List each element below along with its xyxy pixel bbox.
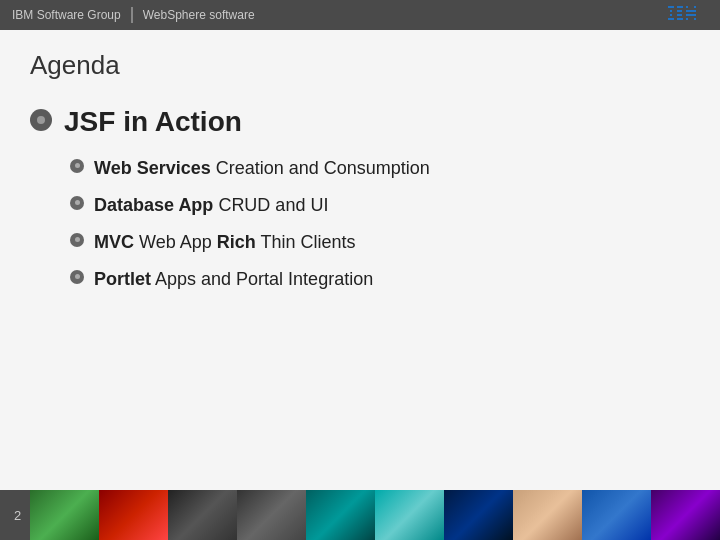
- sub-bullet-icon: [70, 270, 84, 284]
- main-content: Agenda JSF in Action Web Services Creati…: [0, 30, 720, 490]
- main-bullet-icon: [30, 109, 52, 131]
- svg-rect-1: [670, 10, 672, 12]
- svg-rect-2: [670, 14, 672, 16]
- normal-text: CRUD and UI: [213, 195, 328, 215]
- footer-img-3: [168, 490, 237, 540]
- normal-text: Creation and Consumption: [211, 158, 430, 178]
- svg-rect-8: [686, 6, 688, 8]
- header-bar: IBM Software Group WebSphere software: [0, 0, 720, 30]
- normal-text: Apps and Portal Integration: [151, 269, 373, 289]
- footer-img-8: [513, 490, 582, 540]
- footer-img-5: [306, 490, 375, 540]
- normal-text-2: Thin Clients: [256, 232, 356, 252]
- sub-bullet-text-1: Web Services Creation and Consumption: [94, 155, 430, 182]
- page-title: Agenda: [30, 50, 690, 81]
- sub-bullet-text-2: Database App CRUD and UI: [94, 192, 328, 219]
- sub-bullet-text-3: MVC Web App Rich Thin Clients: [94, 229, 355, 256]
- bold-label: Web Services: [94, 158, 211, 178]
- list-item: Database App CRUD and UI: [70, 192, 690, 219]
- list-item: Web Services Creation and Consumption: [70, 155, 690, 182]
- svg-rect-10: [686, 10, 696, 12]
- header-divider: [131, 7, 133, 23]
- list-item: Portlet Apps and Portal Integration: [70, 266, 690, 293]
- page-number: 2: [0, 508, 30, 523]
- main-bullet-text: JSF in Action: [64, 105, 242, 139]
- svg-rect-12: [686, 18, 688, 20]
- footer-img-4: [237, 490, 306, 540]
- svg-rect-6: [677, 14, 682, 16]
- footer-img-9: [582, 490, 651, 540]
- svg-rect-11: [686, 14, 696, 16]
- sub-bullet-icon: [70, 159, 84, 173]
- footer-img-1: [30, 490, 99, 540]
- bold-label: MVC: [94, 232, 134, 252]
- svg-rect-3: [668, 18, 674, 20]
- svg-rect-0: [668, 6, 674, 8]
- footer-bar: 2: [0, 490, 720, 540]
- footer-img-7: [444, 490, 513, 540]
- svg-rect-13: [694, 18, 696, 20]
- svg-rect-7: [677, 18, 683, 20]
- footer-img-6: [375, 490, 444, 540]
- svg-rect-9: [694, 6, 696, 8]
- bold-label-2: Rich: [217, 232, 256, 252]
- header-left: IBM Software Group WebSphere software: [12, 7, 255, 23]
- svg-rect-5: [677, 10, 682, 12]
- sub-bullets: Web Services Creation and Consumption Da…: [70, 155, 690, 293]
- main-bullet-container: JSF in Action: [30, 105, 690, 139]
- svg-rect-4: [677, 6, 683, 8]
- ibm-logo-icon: [668, 4, 708, 26]
- company-name: IBM Software Group: [12, 8, 121, 22]
- sub-bullet-icon: [70, 233, 84, 247]
- footer-img-2: [99, 490, 168, 540]
- footer-images: [30, 490, 720, 540]
- sub-bullet-icon: [70, 196, 84, 210]
- bold-label: Portlet: [94, 269, 151, 289]
- ibm-logo: [668, 4, 708, 26]
- bold-label: Database App: [94, 195, 213, 215]
- normal-text: Web App: [134, 232, 217, 252]
- footer-img-10: [651, 490, 720, 540]
- product-name: WebSphere software: [143, 8, 255, 22]
- sub-bullet-text-4: Portlet Apps and Portal Integration: [94, 266, 373, 293]
- list-item: MVC Web App Rich Thin Clients: [70, 229, 690, 256]
